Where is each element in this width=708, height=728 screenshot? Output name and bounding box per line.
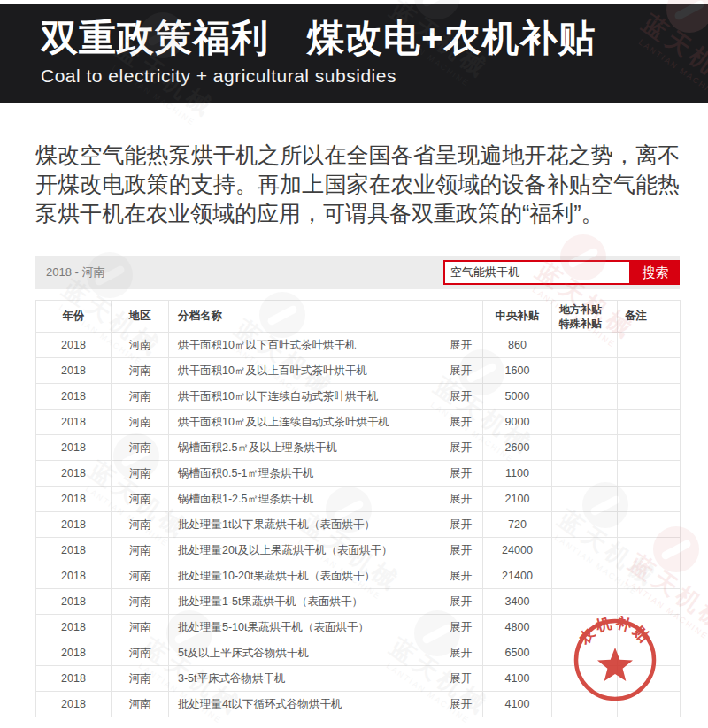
expand-link[interactable]: 展开	[450, 338, 472, 353]
local-subsidy-cell	[552, 538, 618, 563]
central-subsidy-cell: 21400	[483, 563, 552, 589]
expand-link[interactable]: 展开	[450, 389, 472, 404]
tier-name-text: 烘干面积10㎡以下百叶式茶叶烘干机	[178, 338, 356, 353]
subsidy-stamp: 农机补贴	[571, 616, 659, 704]
tier-name-cell: 锅槽面积0.5-1㎡理条烘干机 展开	[169, 461, 483, 487]
year-cell: 2018	[36, 640, 112, 666]
year-cell: 2018	[36, 384, 112, 410]
region-cell: 河南	[112, 640, 169, 666]
region-cell: 河南	[112, 435, 169, 461]
expand-link[interactable]: 展开	[450, 364, 472, 379]
local-subsidy-cell	[552, 512, 618, 538]
central-subsidy-cell: 1600	[483, 358, 552, 384]
tier-name-text: 批处理量1-5t果蔬烘干机（表面烘干）	[178, 594, 363, 609]
region-cell: 河南	[112, 538, 169, 563]
expand-link[interactable]: 展开	[450, 697, 472, 712]
tier-name-cell: 3-5t平床式谷物烘干机 展开	[169, 666, 483, 692]
note-cell	[618, 461, 681, 487]
table-row: 2018 河南 批处理量1t以下果蔬烘干机（表面烘干） 展开 720	[36, 512, 681, 538]
year-cell: 2018	[36, 435, 112, 461]
tier-name-text: 5t及以上平床式谷物烘干机	[178, 646, 309, 661]
filter-label: 2018 - 河南	[46, 264, 104, 280]
expand-link[interactable]: 展开	[450, 646, 472, 661]
table-row: 2018 河南 锅槽面积1-2.5㎡理条烘干机 展开 2100	[36, 487, 681, 512]
panel-toolbar: 2018 - 河南 搜索	[35, 256, 680, 289]
local-subsidy-cell	[552, 333, 618, 358]
region-cell: 河南	[112, 410, 169, 435]
tier-name-cell: 烘干面积10㎡及以上百叶式茶叶烘干机 展开	[169, 358, 483, 384]
tier-name-cell: 烘干面积10㎡及以上连续自动式茶叶烘干机 展开	[169, 410, 483, 435]
expand-link[interactable]: 展开	[450, 441, 472, 456]
search-input[interactable]	[443, 260, 631, 285]
year-cell: 2018	[36, 512, 112, 538]
expand-link[interactable]: 展开	[450, 517, 472, 533]
tier-name-text: 烘干面积10㎡以下连续自动式茶叶烘干机	[178, 389, 378, 404]
tier-name-text: 锅槽面积0.5-1㎡理条烘干机	[178, 466, 314, 481]
local-subsidy-cell	[552, 461, 618, 487]
tier-name-cell: 批处理量10-20t果蔬烘干机（表面烘干） 展开	[169, 563, 483, 589]
region-cell: 河南	[112, 358, 169, 384]
tier-name-cell: 5t及以上平床式谷物烘干机 展开	[169, 640, 483, 666]
local-subsidy-cell	[552, 435, 618, 461]
tier-name-cell: 批处理量1-5t果蔬烘干机（表面烘干） 展开	[169, 589, 483, 615]
central-subsidy-cell: 6500	[483, 640, 552, 666]
table-row: 2018 河南 烘干面积10㎡及以上百叶式茶叶烘干机 展开 1600	[36, 358, 681, 384]
central-subsidy-cell: 4100	[483, 666, 552, 692]
central-subsidy-cell: 9000	[483, 410, 552, 435]
expand-link[interactable]: 展开	[450, 594, 472, 609]
year-cell: 2018	[36, 666, 112, 692]
region-cell: 河南	[112, 512, 169, 538]
expand-link[interactable]: 展开	[450, 492, 472, 507]
year-cell: 2018	[36, 487, 112, 512]
year-cell: 2018	[36, 589, 112, 615]
year-cell: 2018	[36, 563, 112, 589]
year-cell: 2018	[36, 461, 112, 487]
region-cell: 河南	[112, 666, 169, 692]
page-subtitle: Coal to electricity + agricultural subsi…	[41, 65, 708, 87]
tier-name-text: 锅槽面积1-2.5㎡理条烘干机	[178, 492, 314, 507]
tier-name-text: 批处理量4t以下循环式谷物烘干机	[178, 697, 342, 712]
note-cell	[618, 538, 681, 563]
note-cell	[618, 358, 681, 384]
year-cell: 2018	[36, 410, 112, 435]
central-subsidy-cell: 860	[483, 333, 552, 358]
note-cell	[618, 333, 681, 358]
table-header-row: 年份 地区 分档名称 中央补贴 地方补贴 特殊补贴 备注	[36, 301, 681, 333]
column-header-region: 地区	[112, 301, 169, 333]
page: 双重政策福利 煤改电+农机补贴 Coal to electricity + ag…	[0, 0, 708, 728]
table-row: 2018 河南 批处理量20t及以上果蔬烘干机（表面烘干） 展开 24000	[36, 538, 681, 563]
year-cell: 2018	[36, 692, 112, 717]
tier-name-text: 批处理量5-10t果蔬烘干机（表面烘干）	[178, 620, 369, 635]
table-row: 2018 河南 批处理量1-5t果蔬烘干机（表面烘干） 展开 3400	[36, 589, 681, 615]
central-subsidy-cell: 4100	[483, 692, 552, 717]
tier-name-text: 3-5t平床式谷物烘干机	[178, 671, 286, 686]
region-cell: 河南	[112, 589, 169, 615]
note-cell	[618, 563, 681, 589]
column-header-local-subsidy: 地方补贴 特殊补贴	[552, 301, 618, 333]
expand-link[interactable]: 展开	[450, 466, 472, 481]
expand-link[interactable]: 展开	[450, 569, 472, 584]
note-cell	[618, 487, 681, 512]
expand-link[interactable]: 展开	[450, 620, 472, 635]
intro-paragraph: 煤改空气能热泵烘干机之所以在全国各省呈现遍地开花之势，离不开煤改电政策的支持。再…	[35, 141, 680, 228]
year-cell: 2018	[36, 538, 112, 563]
region-cell: 河南	[112, 692, 169, 717]
expand-link[interactable]: 展开	[450, 415, 472, 430]
note-cell	[618, 589, 681, 615]
central-subsidy-cell: 2600	[483, 435, 552, 461]
tier-name-cell: 烘干面积10㎡以下连续自动式茶叶烘干机 展开	[169, 384, 483, 410]
central-subsidy-cell: 5000	[483, 384, 552, 410]
table-row: 2018 河南 烘干面积10㎡及以上连续自动式茶叶烘干机 展开 9000	[36, 410, 681, 435]
table-row: 2018 河南 批处理量10-20t果蔬烘干机（表面烘干） 展开 21400	[36, 563, 681, 589]
table-row: 2018 河南 烘干面积10㎡以下百叶式茶叶烘干机 展开 860	[36, 333, 681, 358]
column-header-central-subsidy: 中央补贴	[483, 301, 552, 333]
central-subsidy-cell: 4800	[483, 615, 552, 640]
local-subsidy-cell	[552, 487, 618, 512]
expand-link[interactable]: 展开	[450, 671, 472, 686]
region-cell: 河南	[112, 563, 169, 589]
note-cell	[618, 435, 681, 461]
expand-link[interactable]: 展开	[450, 543, 472, 558]
local-subsidy-cell	[552, 410, 618, 435]
region-cell: 河南	[112, 461, 169, 487]
search-button[interactable]: 搜索	[631, 260, 680, 285]
